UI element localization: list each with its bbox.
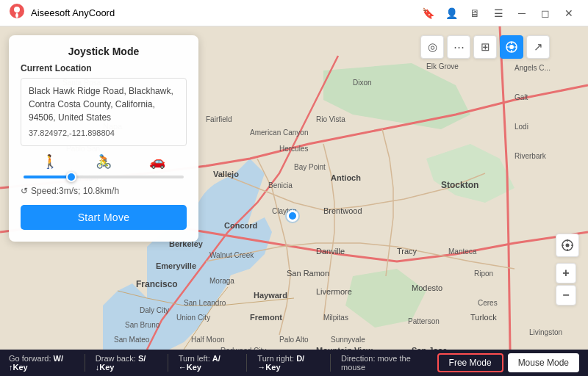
shortcut-direction: Direction: move the mouse — [331, 354, 437, 372]
svg-text:Brentwood: Brentwood — [323, 206, 362, 215]
svg-text:San Ramon: San Ramon — [287, 269, 329, 278]
svg-text:Modesto: Modesto — [412, 283, 442, 292]
svg-text:Half Moon: Half Moon — [191, 336, 225, 344]
app-icon — [9, 3, 25, 23]
minimize-button[interactable]: ─ — [512, 3, 532, 24]
svg-text:Livermore: Livermore — [316, 287, 352, 296]
monitor-button[interactable]: 🖥 — [465, 3, 485, 24]
zoom-in-button[interactable]: + — [556, 263, 576, 283]
shortcut-right-label: Turn right: — [257, 354, 294, 363]
svg-text:Milpitas: Milpitas — [323, 314, 348, 322]
svg-text:Stockton: Stockton — [441, 180, 478, 190]
svg-text:Ripon: Ripon — [474, 270, 493, 278]
bottom-bar: Go forward: W/↑Key Draw back: S/↓Key Tur… — [0, 350, 588, 376]
keyboard-shortcuts: Go forward: W/↑Key Draw back: S/↓Key Tur… — [9, 354, 437, 372]
close-button[interactable]: ✕ — [559, 3, 579, 24]
svg-text:Walnut Creek: Walnut Creek — [209, 251, 254, 259]
shortcut-back-label: Draw back: — [96, 354, 136, 363]
svg-text:Vallejo: Vallejo — [213, 170, 239, 178]
svg-text:Lodi: Lodi — [514, 123, 528, 131]
titlebar-controls: 🔖 👤 🖥 ☰ ─ ◻ ✕ — [417, 3, 579, 24]
svg-text:Manteca: Manteca — [448, 247, 477, 256]
svg-text:San Leandro: San Leandro — [184, 299, 226, 307]
svg-text:American Canyon: American Canyon — [250, 129, 308, 137]
svg-text:Elk Grove: Elk Grove — [426, 62, 459, 70]
svg-text:Emeryville: Emeryville — [156, 261, 196, 270]
svg-text:Sunnyvale: Sunnyvale — [331, 336, 365, 344]
coordinates: 37.824972,-121.898804 — [29, 127, 179, 140]
slider-track[interactable] — [24, 176, 184, 178]
svg-text:Galt: Galt — [514, 93, 528, 101]
slider-thumb[interactable] — [66, 172, 76, 182]
user-button[interactable]: 👤 — [441, 3, 462, 24]
speed-slider-container[interactable] — [21, 176, 187, 178]
svg-text:San Jose: San Jose — [412, 346, 447, 350]
start-move-button[interactable]: Start Move — [21, 205, 187, 230]
address-box: Black Hawk Ridge Road, Blackhawk, Contra… — [21, 78, 187, 146]
export-button[interactable]: ↗ — [526, 35, 550, 59]
speed-indicator-icon: ↺ — [21, 186, 28, 196]
svg-text:Francisco: Francisco — [136, 279, 178, 289]
transport-modes: 🚶 🚴 🚗 — [21, 153, 187, 170]
menu-button[interactable]: ☰ — [488, 3, 509, 24]
info-panel: Joystick Mode Current Location Black Haw… — [9, 35, 198, 242]
dots-button[interactable]: ⋯ — [447, 35, 470, 59]
speed-value: Speed:3m/s; 10.8km/h — [31, 186, 119, 196]
slider-fill — [24, 176, 71, 178]
address-text: Black Hawk Ridge Road, Blackhawk, Contra… — [29, 86, 173, 123]
svg-text:Redwood City: Redwood City — [220, 347, 266, 350]
svg-text:Benicia: Benicia — [268, 181, 293, 189]
svg-text:Union City: Union City — [176, 314, 210, 322]
panel-title: Joystick Mode — [21, 46, 187, 57]
svg-text:Turlock: Turlock — [470, 313, 497, 322]
titlebar: Aiseesoft AnyCoord 🔖 👤 🖥 ☰ ─ ◻ ✕ — [0, 0, 588, 26]
svg-text:Fairfield: Fairfield — [206, 115, 232, 123]
car-icon[interactable]: 🚗 — [149, 153, 165, 170]
svg-point-1 — [14, 7, 20, 12]
free-mode-button[interactable]: Free Mode — [437, 353, 503, 372]
bookmark-button[interactable]: 🔖 — [417, 3, 438, 24]
shortcut-right: Turn right: D/→Key — [247, 354, 331, 372]
zoom-out-button[interactable]: − — [556, 285, 576, 306]
svg-point-64 — [566, 244, 570, 247]
svg-text:Mountain View: Mountain View — [316, 346, 373, 350]
shortcut-forward-label: Go forward: — [9, 354, 51, 363]
shortcut-back: Draw back: S/↓Key — [85, 354, 168, 372]
location-dot — [287, 210, 298, 222]
shortcut-left: Turn left: A/←Key — [168, 354, 248, 372]
grid-button[interactable]: ⊞ — [473, 35, 497, 59]
active-mode-button[interactable] — [500, 35, 523, 59]
svg-text:Concord: Concord — [224, 221, 257, 230]
restore-button[interactable]: ◻ — [535, 3, 556, 24]
map-controls-right: + − — [556, 234, 579, 306]
svg-text:Fremont: Fremont — [250, 313, 282, 322]
mode-buttons: Free Mode Mouse Mode — [437, 353, 579, 372]
svg-text:Hayward: Hayward — [254, 291, 287, 300]
svg-text:Ceres: Ceres — [478, 299, 498, 307]
walk-icon[interactable]: 🚶 — [42, 153, 58, 170]
mouse-mode-button[interactable]: Mouse Mode — [508, 353, 579, 372]
svg-text:Bay Point: Bay Point — [294, 163, 326, 171]
shortcut-forward: Go forward: W/↑Key — [9, 354, 85, 372]
my-location-button[interactable] — [556, 234, 579, 257]
map-area[interactable]: Napa Fairfield Dixon Elk Grove Santa Ros… — [0, 26, 588, 350]
speed-display: ↺ Speed:3m/s; 10.8km/h — [21, 186, 187, 196]
bike-icon[interactable]: 🚴 — [96, 153, 112, 170]
svg-text:Riverbark: Riverbark — [514, 152, 547, 160]
svg-text:Patterson: Patterson — [408, 317, 440, 325]
svg-text:Angels C...: Angels C... — [514, 64, 551, 72]
svg-point-58 — [509, 45, 514, 49]
svg-text:San Mateo: San Mateo — [114, 336, 150, 344]
svg-text:Hercules: Hercules — [279, 145, 308, 153]
app-title: Aiseesoft AnyCoord — [31, 7, 115, 18]
crosshair-button[interactable]: ◎ — [420, 35, 444, 59]
svg-text:Moraga: Moraga — [209, 277, 234, 285]
svg-text:Danville: Danville — [316, 247, 345, 256]
svg-text:Palo Alto: Palo Alto — [279, 336, 309, 344]
svg-text:Rio Vista: Rio Vista — [316, 115, 345, 123]
svg-text:Livingston: Livingston — [529, 328, 562, 336]
svg-text:San Bruno: San Bruno — [125, 321, 160, 329]
svg-text:Antioch: Antioch — [331, 173, 361, 182]
shortcut-left-label: Turn left: — [179, 354, 210, 363]
svg-text:Tracy: Tracy — [397, 247, 417, 256]
